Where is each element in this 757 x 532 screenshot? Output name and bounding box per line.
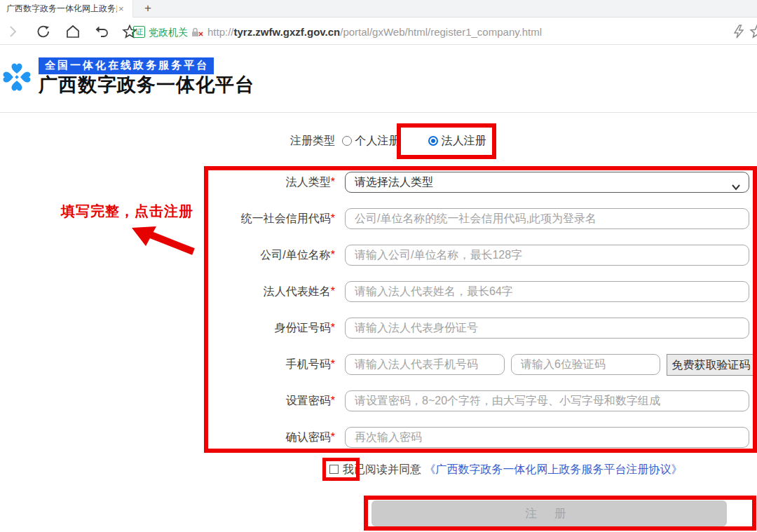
agreement-link[interactable]: 《广西数字政务一体化网上政务服务平台注册协议》 <box>424 463 682 475</box>
agreement-row: 我已阅读并同意 《广西数字政务一体化网上政务服务平台注册协议》 <box>329 463 682 477</box>
bookmark-star-icon[interactable] <box>749 23 757 40</box>
new-tab-button[interactable]: + <box>139 0 157 18</box>
agreement-checkbox[interactable] <box>329 465 339 474</box>
refresh-icon[interactable] <box>35 23 52 40</box>
radio-legal-register[interactable] <box>428 136 438 146</box>
lightning-icon[interactable] <box>730 23 747 40</box>
radio-personal-label[interactable]: 个人注册 <box>355 135 400 146</box>
annotation-arrow-icon <box>125 221 202 262</box>
password-input[interactable] <box>345 390 749 411</box>
agreement-text: 我已阅读并同意 <box>343 463 421 475</box>
certificate-badge-icon[interactable]: 证 <box>133 26 145 38</box>
url-prefix: http:// <box>207 26 234 38</box>
legal-rep-name-input[interactable] <box>345 281 749 302</box>
label-confirm-password: 确认密码* <box>161 427 335 448</box>
reg-type-options: 个人注册 法人注册 <box>342 130 486 151</box>
legal-type-select[interactable]: 请选择法人类型 <box>345 172 749 193</box>
label-legal-type: 法人类型* <box>161 172 335 193</box>
tab-title: 广西数字政务一体化网上政务服务平台 <box>6 3 117 15</box>
browser-toolbar: 证 党政机关 http://tyrz.zwfw.gxzf.gov.cn/port… <box>0 18 757 45</box>
label-reg-type: 注册类型 <box>161 130 335 151</box>
sms-code-input[interactable] <box>511 354 660 375</box>
browser-tab[interactable]: 广西数字政务一体化网上政务服务平台 × <box>0 0 133 18</box>
label-legal-rep-name: 法人代表姓名* <box>161 281 335 302</box>
label-phone: 手机号码* <box>161 354 335 375</box>
page-title: 广西数字政务一体化平台 <box>39 72 254 97</box>
label-set-password: 设置密码* <box>161 390 335 411</box>
url-host: tyrz.zwfw.gxzf.gov.cn <box>234 26 341 38</box>
tab-bar: 广西数字政务一体化网上政务服务平台 × + <box>0 0 757 18</box>
home-icon[interactable] <box>64 23 81 40</box>
register-submit-button[interactable]: 注 册 <box>371 500 727 526</box>
url-path: /portal/gxWeb/html/register1_company.htm… <box>340 26 542 38</box>
confirm-password-input[interactable] <box>345 427 749 448</box>
tab-close-icon[interactable]: × <box>118 4 124 14</box>
insecure-lock-icon[interactable] <box>191 27 205 38</box>
id-number-input[interactable] <box>345 318 749 339</box>
annotation-text: 填写完整，点击注册 <box>61 202 193 221</box>
phone-input[interactable] <box>345 354 505 375</box>
chevron-down-icon <box>731 178 741 198</box>
forward-icon[interactable] <box>4 23 21 40</box>
undo-icon[interactable] <box>93 23 110 40</box>
site-type-label: 党政机关 <box>149 27 188 39</box>
credit-code-input[interactable] <box>345 208 749 229</box>
header-divider <box>0 112 757 113</box>
company-name-input[interactable] <box>345 245 749 266</box>
get-code-button[interactable]: 免费获取验证码 <box>667 354 756 376</box>
address-url[interactable]: http://tyrz.zwfw.gxzf.gov.cn/portal/gxWe… <box>207 26 542 38</box>
radio-personal-register[interactable] <box>342 136 352 146</box>
legal-type-selected-value: 请选择法人类型 <box>355 176 433 188</box>
site-logo-flower-icon <box>1 54 34 103</box>
radio-legal-label[interactable]: 法人注册 <box>442 135 486 146</box>
label-id-number: 身份证号码* <box>161 318 335 339</box>
